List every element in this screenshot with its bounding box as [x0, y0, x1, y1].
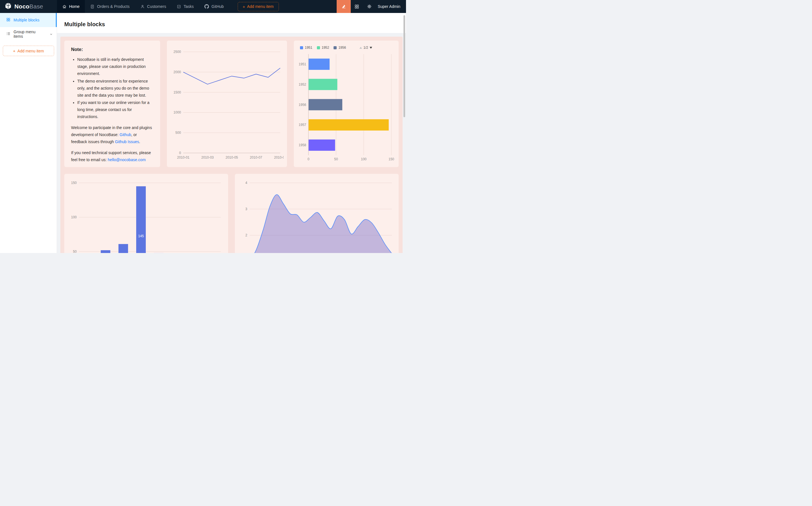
svg-text:150: 150 [388, 157, 394, 161]
sidebar-item-multiple-blocks[interactable]: Multiple blocks [0, 13, 57, 27]
menu-item-orders-products[interactable]: Orders & Products [85, 0, 135, 13]
menu-item-home[interactable]: Home [57, 0, 85, 13]
github-issues-link[interactable]: Github Issues [115, 140, 139, 144]
page-content: Note: NocoBase is still in early develop… [57, 33, 406, 253]
brand-text: NocoBase [14, 3, 43, 10]
bar-chart-block: 1951195219561/2 050100150195119521956195… [294, 40, 399, 167]
menu-item-customers[interactable]: Customers [135, 0, 172, 13]
chart-legend: 1951195219561/2 [297, 45, 395, 51]
ui-editor-button[interactable] [337, 0, 351, 13]
main-menu: Home Orders & Products Customers [57, 0, 279, 13]
email-link[interactable]: hello@nocobase.com [108, 158, 146, 162]
svg-text:150: 150 [71, 181, 77, 185]
add-menu-item-button-sidebar[interactable]: + Add menu item [3, 46, 54, 56]
orders-icon [90, 4, 94, 9]
user-menu[interactable]: Super Admin [376, 4, 406, 9]
svg-text:50: 50 [334, 157, 338, 161]
legend-item[interactable]: 1956 [334, 46, 346, 50]
svg-text:2000: 2000 [173, 70, 181, 74]
svg-text:3: 3 [245, 207, 247, 211]
svg-text:4: 4 [245, 181, 247, 185]
svg-text:1956: 1956 [299, 103, 306, 107]
github-link[interactable]: Github [120, 133, 131, 137]
navbar-right-actions: Super Admin [337, 0, 406, 13]
add-menu-item-button-navbar[interactable]: + Add menu item [238, 2, 279, 11]
svg-text:2010-01: 2010-01 [177, 156, 190, 159]
svg-text:1958: 1958 [299, 143, 306, 147]
home-icon [62, 4, 67, 9]
plugins-grid-icon[interactable] [351, 0, 363, 13]
column-chart-block: 5010015038526114548382338 [64, 174, 228, 253]
legend-item[interactable]: 1952 [317, 46, 329, 50]
sidebar: Multiple blocks Group menu items + Add m… [0, 13, 57, 253]
svg-text:145: 145 [138, 234, 144, 238]
svg-text:1951: 1951 [299, 62, 306, 66]
nocobase-logo[interactable]: NocoBase [0, 0, 57, 13]
nocobase-cube-icon [4, 2, 12, 11]
note-bullet-list: NocoBase is still in early development s… [71, 56, 153, 120]
line-chart-block: 050010001500200025002010-012010-032010-0… [167, 40, 287, 167]
legend-page-down-icon[interactable] [370, 47, 372, 49]
legend-page-count: 1/2 [363, 46, 368, 50]
svg-text:1500: 1500 [173, 90, 181, 94]
legend-item[interactable]: 1951 [300, 46, 312, 50]
tasks-icon [177, 4, 181, 9]
svg-text:1957: 1957 [299, 123, 306, 127]
chevron-down-icon [50, 33, 53, 36]
list-icon [6, 31, 10, 36]
svg-text:2: 2 [245, 233, 247, 237]
legend-swatch [300, 46, 303, 49]
legend-swatch [334, 46, 337, 49]
svg-text:50: 50 [73, 250, 77, 253]
note-paragraph-community: Welcome to participate in the core and p… [71, 124, 153, 145]
svg-text:500: 500 [175, 131, 181, 135]
sidebar-item-group-menu-items[interactable]: Group menu items [0, 27, 57, 41]
note-paragraph-support: If you need technical support services, … [71, 149, 153, 163]
highlighter-pen-icon [341, 4, 346, 10]
menu-item-github[interactable]: GitHub [199, 0, 229, 13]
svg-text:100: 100 [361, 157, 367, 161]
line-chart: 050010001500200025002010-012010-032010-0… [170, 44, 284, 164]
scrollbar-thumb[interactable] [403, 15, 405, 117]
svg-text:2010-07: 2010-07 [250, 156, 262, 159]
area-chart: 234 [238, 177, 395, 253]
column-chart: 5010015038526114548382338 [68, 177, 225, 253]
svg-text:100: 100 [71, 215, 77, 219]
svg-text:2500: 2500 [173, 50, 181, 54]
area-chart-block: 234 [235, 174, 399, 253]
page-block-container: Note: NocoBase is still in early develop… [60, 36, 402, 253]
svg-text:0: 0 [308, 157, 310, 161]
legend-swatch [317, 46, 320, 49]
note-bullet: The demo environment is for experience o… [77, 78, 153, 99]
legend-pagination: 1/2 [360, 46, 372, 50]
plus-icon: + [13, 49, 15, 53]
scrollbar [402, 13, 406, 253]
note-title: Note: [71, 47, 153, 52]
customers-icon [140, 4, 145, 9]
settings-gear-icon[interactable] [363, 0, 376, 13]
svg-text:1952: 1952 [299, 83, 306, 86]
svg-text:2010-09: 2010-09 [274, 156, 284, 159]
blocks-grid-icon [6, 17, 10, 22]
top-navbar: NocoBase Home Orders & Products [0, 0, 406, 13]
menu-item-tasks[interactable]: Tasks [171, 0, 199, 13]
page-title: Multiple blocks [64, 21, 105, 28]
note-block: Note: NocoBase is still in early develop… [64, 40, 160, 167]
svg-text:2010-03: 2010-03 [201, 156, 214, 159]
svg-text:2010-05: 2010-05 [226, 156, 238, 159]
legend-page-up-icon[interactable] [360, 47, 362, 49]
note-bullet: NocoBase is still in early development s… [77, 56, 153, 77]
horizontal-bar-chart: 05010015019511952195619571958 [297, 51, 395, 164]
svg-text:1000: 1000 [173, 110, 181, 114]
page-header: Multiple blocks [57, 13, 406, 33]
svg-text:0: 0 [179, 151, 181, 155]
note-bullet: If you want to use our online version fo… [77, 99, 153, 120]
github-icon [204, 4, 209, 9]
plus-icon: + [243, 4, 245, 9]
